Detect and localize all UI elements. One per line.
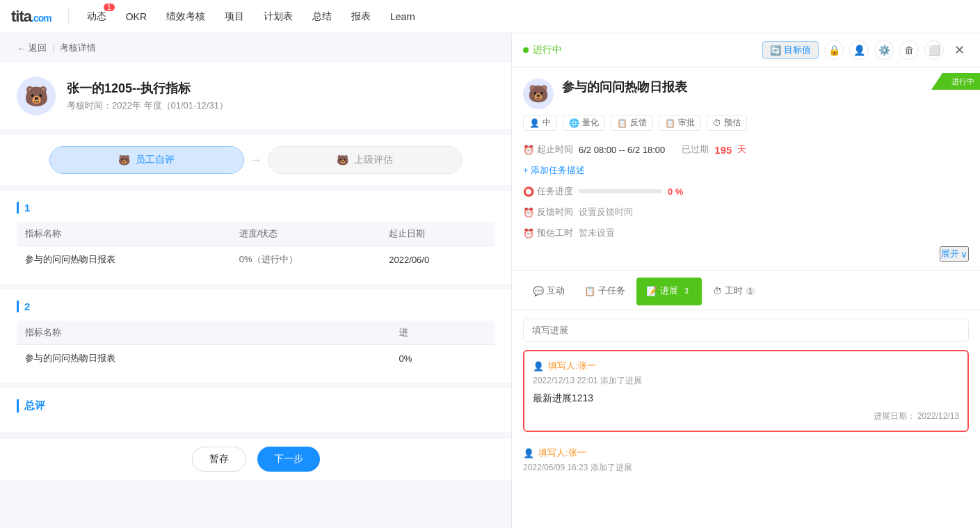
progress-count-badge: 3 [681, 287, 692, 295]
progress-input-container [523, 319, 969, 342]
breadcrumb: ← 返回 | 考核详情 [0, 33, 511, 63]
tab-interaction[interactable]: 💬 互动 [523, 278, 575, 305]
entry-content-1: 最新进展1213 [533, 392, 959, 405]
tab-worktime[interactable]: ⏱ 工时 1 [703, 278, 765, 305]
col-status: 进度/状态 [231, 222, 381, 246]
settings-button[interactable]: ⚙️ [874, 40, 894, 60]
step2-button[interactable]: 🐻 上级评估 [268, 146, 463, 174]
section-summary: 总评 [0, 388, 511, 432]
tab-bar: 💬 互动 📋 子任务 📝 进展 3 ⏱ 工时 1 [512, 273, 980, 310]
col-status2: 进 [391, 321, 495, 345]
delete-button[interactable]: 🗑 [899, 40, 919, 60]
left-bottom-bar: 暂存 下一步 [0, 438, 511, 480]
right-panel-topbar: 进行中 🔄 目标值 🔒 👤 ⚙️ 🗑 ⬜ ✕ [512, 33, 980, 67]
progress-text-input[interactable] [523, 319, 969, 342]
progress-entry-1: 👤 填写人:张一 2022/12/13 22:01 添加了进展 最新进展1213… [523, 350, 969, 432]
entry-meta-1: 2022/12/13 22:01 添加了进展 [533, 375, 959, 387]
left-panel: ← 返回 | 考核详情 🐻 张一的1205--执行指标 考核时间：2022年 年… [0, 33, 511, 528]
task-title: 参与的问问热吻日报表 [562, 79, 969, 95]
status-indicator: 进行中 [523, 44, 562, 56]
tag-quantify[interactable]: 🌐 量化 [563, 115, 605, 131]
tag-estimate[interactable]: ⏱ 预估 [707, 115, 747, 131]
section-summary-title: 总评 [17, 399, 495, 413]
feedback-row: ⏰ 反馈时间 设置反馈时间 [512, 202, 980, 223]
save-button[interactable]: 暂存 [192, 447, 246, 472]
section-1-title: 1 [17, 202, 495, 214]
expand-button[interactable]: ⬜ [924, 40, 944, 60]
target-value-button[interactable]: 🔄 目标值 [762, 41, 819, 59]
time-row: ⏰ 起止时间 6/2 08:00 -- 6/2 18:00 已过期 195 天 [512, 139, 980, 160]
nav-item-activity[interactable]: 动态 1 [86, 8, 108, 26]
user-button[interactable]: 👤 [849, 40, 869, 60]
section-2: 2 指标名称 进 参与的问问热吻日报表 0% [0, 289, 511, 383]
expand-row: 展开 ∨ [512, 243, 980, 267]
section-2-title: 2 [17, 301, 495, 312]
nav-item-summary[interactable]: 总结 [311, 8, 333, 26]
nav-divider [68, 8, 69, 25]
section-1: 1 指标名称 进度/状态 起止日期 参与的问问热吻日报表 0%（进行中） 202… [0, 191, 511, 284]
table-row[interactable]: 参与的问问热吻日报表 0%（进行中） 2022/06/0 [17, 246, 495, 273]
step-arrow: → [244, 153, 268, 168]
card-header: 🐻 张一的1205--执行指标 考核时间：2022年 年度（01/01-12/3… [0, 63, 511, 129]
top-navigation: tita.com 动态 1 OKR 绩效考核 项目 计划表 总结 报表 Lear… [0, 0, 980, 33]
tag-feedback[interactable]: 📋 反馈 [611, 115, 653, 131]
right-panel-actions: 🔄 目标值 🔒 👤 ⚙️ 🗑 ⬜ ✕ [762, 40, 969, 60]
nav-item-performance[interactable]: 绩效考核 [165, 8, 207, 26]
lock-button[interactable]: 🔒 [824, 40, 844, 60]
steps-bar: 🐻 员工自评 → 🐻 上级评估 [0, 135, 511, 185]
card-title: 张一的1205--执行指标 [67, 80, 228, 97]
col-name: 指标名称 [17, 222, 231, 246]
nav-item-project[interactable]: 项目 [223, 8, 246, 26]
task-header: 🐻 参与的问问热吻日报表 进行中 [512, 67, 980, 115]
tag-level[interactable]: 👤 中 [523, 115, 557, 131]
tab-subtask[interactable]: 📋 子任务 [575, 278, 635, 305]
add-description-button[interactable]: + 添加任务描述 [512, 160, 980, 181]
close-button[interactable]: ✕ [949, 40, 969, 60]
expand-button[interactable]: 展开 ∨ [940, 246, 969, 262]
right-panel: 进行中 🔄 目标值 🔒 👤 ⚙️ 🗑 ⬜ ✕ 🐻 参与的问问热吻日报表 [511, 33, 980, 528]
tab-progress[interactable]: 📝 进展 3 [636, 278, 702, 305]
corner-badge: 进行中 [931, 73, 980, 90]
table-1: 指标名称 进度/状态 起止日期 参与的问问热吻日报表 0%（进行中） 2022/… [17, 222, 495, 273]
tag-review[interactable]: 📋 审批 [659, 115, 701, 131]
nav-item-learn[interactable]: Learn [389, 8, 417, 25]
entry-meta-2: 2022/06/09 16:23 添加了进展 [523, 462, 969, 474]
avatar: 🐻 [17, 77, 56, 115]
back-button[interactable]: ← 返回 [17, 42, 47, 54]
activity-badge: 1 [104, 3, 115, 11]
entry-author-1: 👤 填写人:张一 [533, 360, 959, 372]
worktime-count-badge: 1 [746, 287, 755, 295]
nav-item-plan[interactable]: 计划表 [262, 8, 294, 26]
step1-button[interactable]: 🐻 员工自评 [49, 146, 244, 174]
task-progress-row: ⭕ 任务进度 0 % [512, 181, 980, 202]
nav-item-okr[interactable]: OKR [124, 8, 148, 25]
col-date: 起止日期 [380, 222, 495, 246]
nav-item-report[interactable]: 报表 [350, 8, 372, 26]
status-dot [523, 47, 529, 53]
divider [512, 270, 980, 271]
progress-bar [579, 189, 662, 193]
logo[interactable]: tita.com [11, 8, 51, 26]
progress-entry-2: 👤 填写人:张一 2022/06/09 16:23 添加了进展 [523, 438, 969, 488]
entry-footer-1: 进展日期： 2022/12/13 [533, 410, 959, 422]
table-2: 指标名称 进 参与的问问热吻日报表 0% [17, 321, 495, 371]
entry-author-2: 👤 填写人:张一 [523, 447, 969, 459]
tags-row: 👤 中 🌐 量化 📋 反馈 📋 审批 ⏱ 预估 [512, 115, 980, 139]
card-subtitle: 考核时间：2022年 年度（01/01-12/31） [67, 99, 228, 112]
task-avatar: 🐻 [523, 79, 554, 109]
table-row[interactable]: 参与的问问热吻日报表 0% [17, 345, 495, 372]
col-name2: 指标名称 [17, 321, 391, 345]
estimate-row: ⏰ 预估工时 暂未设置 [512, 223, 980, 243]
next-button[interactable]: 下一步 [257, 447, 320, 472]
